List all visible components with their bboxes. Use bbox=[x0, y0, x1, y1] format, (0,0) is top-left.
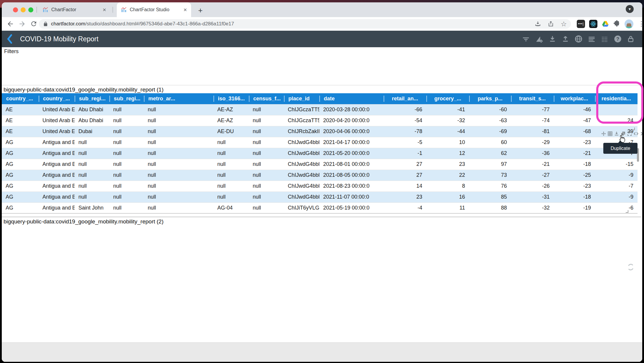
table-cell[interactable]: null bbox=[144, 170, 213, 181]
table-cell[interactable]: null bbox=[144, 104, 213, 115]
table-cell[interactable]: ChIJwdG4bbluDYwF bbox=[284, 181, 319, 192]
table-cell[interactable]: null bbox=[109, 159, 144, 170]
table-cell[interactable]: null bbox=[109, 192, 144, 202]
table-cell[interactable]: Abu Dhabi bbox=[75, 104, 109, 115]
table-cell[interactable]: 16 bbox=[426, 192, 469, 202]
table-cell[interactable]: AE-DU bbox=[213, 126, 249, 137]
table-cell[interactable]: Saint John bbox=[75, 202, 109, 213]
tab-chartfactor[interactable]: ChartFactor × bbox=[38, 2, 110, 17]
table-cell[interactable]: null bbox=[213, 170, 249, 181]
table-cell[interactable]: null bbox=[213, 181, 249, 192]
table-cell[interactable]: -69 bbox=[469, 126, 511, 137]
column-header[interactable]: iso_3166... bbox=[213, 93, 249, 104]
table-cell[interactable]: null bbox=[144, 192, 213, 202]
table-cell[interactable]: -54 bbox=[384, 115, 426, 126]
table-cell[interactable]: ChIJwdG4bbluDYwF bbox=[284, 170, 319, 181]
table-cell[interactable]: AG bbox=[2, 148, 39, 159]
table-cell[interactable]: null bbox=[249, 137, 284, 148]
table-cell[interactable]: 76 bbox=[469, 181, 511, 192]
browser-menu-kebab-icon[interactable]: ⋮ bbox=[638, 20, 642, 28]
table-cell[interactable]: 88 bbox=[469, 202, 511, 213]
table-cell[interactable]: AG bbox=[2, 137, 39, 148]
panel-resize-handle-icon[interactable] bbox=[631, 126, 635, 130]
rows-icon[interactable] bbox=[588, 35, 596, 43]
column-header[interactable]: residentia... bbox=[595, 93, 638, 104]
table-cell[interactable]: -23 bbox=[554, 137, 595, 148]
table-cell[interactable]: null bbox=[144, 159, 213, 170]
table-cell[interactable]: ChIJwdG4bbluDYwF bbox=[284, 137, 319, 148]
table-cell[interactable]: 60 bbox=[469, 137, 511, 148]
table-cell[interactable]: 24 bbox=[595, 115, 638, 126]
table-cell[interactable]: null bbox=[249, 202, 284, 213]
table-cell[interactable]: Antigua and Barbud bbox=[39, 181, 75, 192]
table-cell[interactable]: -4 bbox=[384, 202, 426, 213]
table-cell[interactable]: Antigua and Barbud bbox=[39, 137, 75, 148]
table-cell[interactable]: 2021-08-01 00:00:0 bbox=[319, 159, 384, 170]
table-cell[interactable]: 8 bbox=[426, 181, 469, 192]
table-cell[interactable]: ChIJRcbZakIDXz4R bbox=[284, 126, 319, 137]
table-cell[interactable]: null bbox=[213, 192, 249, 202]
chart-settings-icon[interactable] bbox=[535, 35, 543, 43]
column-header[interactable]: parks_p... bbox=[469, 93, 511, 104]
column-header[interactable]: sub_regi... bbox=[109, 93, 144, 104]
table-cell[interactable]: null bbox=[144, 181, 213, 192]
table-cell[interactable]: -60 bbox=[469, 104, 511, 115]
table-cell[interactable]: 2021-08-05 00:00:0 bbox=[319, 170, 384, 181]
table-cell[interactable]: null bbox=[144, 115, 213, 126]
table-cell[interactable]: null bbox=[109, 202, 144, 213]
table-cell[interactable]: -23 bbox=[554, 181, 595, 192]
table-cell[interactable]: AG bbox=[2, 181, 39, 192]
bookmark-star-icon[interactable]: ☆ bbox=[561, 20, 567, 28]
maximize-icon[interactable] bbox=[627, 131, 632, 136]
table-cell[interactable]: ChIJwdG4bbluDYwF bbox=[284, 148, 319, 159]
table-cell[interactable]: 11 bbox=[426, 202, 469, 213]
table-cell[interactable]: 97 bbox=[469, 159, 511, 170]
table-cell[interactable]: null bbox=[144, 202, 213, 213]
table-cell[interactable]: null bbox=[213, 137, 249, 148]
table-cell[interactable]: United Arab Emirate bbox=[39, 126, 75, 137]
table-cell[interactable]: null bbox=[249, 159, 284, 170]
table-cell[interactable]: -21 bbox=[511, 159, 554, 170]
table-cell[interactable]: -9 bbox=[595, 170, 638, 181]
table-cell[interactable]: Antigua and Barbud bbox=[39, 159, 75, 170]
table-cell[interactable]: AE-AZ bbox=[213, 115, 249, 126]
tab-chartfactor-studio[interactable]: ChartFactor Studio × bbox=[117, 2, 191, 17]
table-cell[interactable]: null bbox=[109, 115, 144, 126]
table-cell[interactable]: null bbox=[249, 192, 284, 202]
table-cell[interactable]: -63 bbox=[469, 115, 511, 126]
table-cell[interactable]: 22 bbox=[426, 170, 469, 181]
react-devtools-extension-icon[interactable] bbox=[589, 20, 597, 28]
table-cell[interactable]: Abu Dhabi bbox=[75, 115, 109, 126]
table-cell[interactable]: 73 bbox=[469, 170, 511, 181]
table-cell[interactable]: AE bbox=[2, 126, 39, 137]
table-cell[interactable]: null bbox=[144, 126, 213, 137]
table-cell[interactable]: Dubai bbox=[75, 126, 109, 137]
table-cell[interactable]: United Arab Emirate bbox=[39, 115, 75, 126]
table-cell[interactable]: -78 bbox=[384, 126, 426, 137]
table-cell[interactable]: AG bbox=[2, 170, 39, 181]
table-cell[interactable]: -15 bbox=[595, 159, 638, 170]
table-cell[interactable]: Antigua and Barbud bbox=[39, 202, 75, 213]
table-cell[interactable]: Antigua and Barbud bbox=[39, 148, 75, 159]
filter-icon[interactable] bbox=[522, 35, 530, 43]
table-cell[interactable]: -1 bbox=[384, 148, 426, 159]
table-cell[interactable]: -46 bbox=[554, 104, 595, 115]
password-manager-extension-icon[interactable]: •••| bbox=[577, 20, 585, 28]
extensions-puzzle-icon[interactable] bbox=[613, 20, 620, 27]
close-widget-icon[interactable] bbox=[640, 131, 642, 136]
table-cell[interactable]: 2020-04-06 00:00:0 bbox=[319, 126, 384, 137]
tab-close-icon[interactable]: × bbox=[103, 7, 106, 13]
profile-avatar[interactable] bbox=[625, 19, 633, 28]
column-header[interactable]: transit_s... bbox=[511, 93, 554, 104]
table-cell[interactable]: -32 bbox=[426, 115, 469, 126]
table-cell[interactable]: null bbox=[75, 192, 109, 202]
table-cell[interactable]: -7 bbox=[595, 181, 638, 192]
table-cell[interactable]: -18 bbox=[554, 159, 595, 170]
table-cell[interactable]: null bbox=[144, 148, 213, 159]
help-icon[interactable]: ? bbox=[614, 35, 622, 43]
table-cell[interactable]: null bbox=[109, 126, 144, 137]
table-cell[interactable]: 23 bbox=[426, 159, 469, 170]
table-cell[interactable]: ChIJwdG4bbluDYwF bbox=[284, 159, 319, 170]
url-bar[interactable]: chartfactor.com/studio/dashboard.html#/9… bbox=[39, 19, 571, 29]
table-cell[interactable]: -66 bbox=[384, 104, 426, 115]
